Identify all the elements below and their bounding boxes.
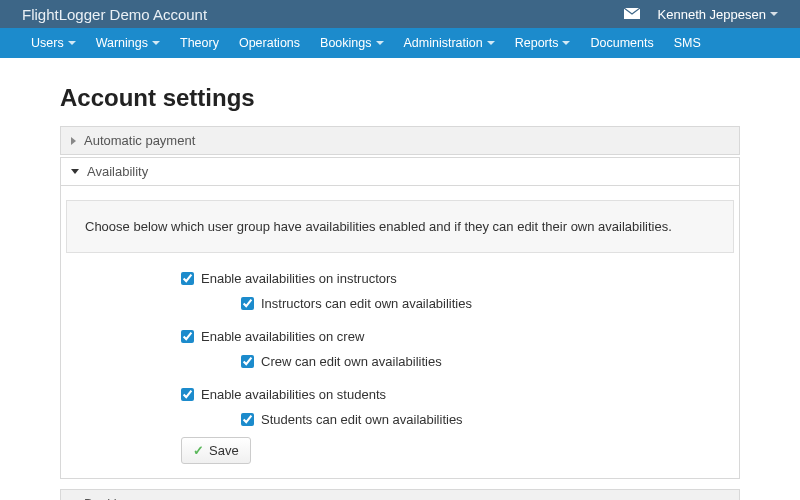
chevron-down-icon <box>68 41 76 45</box>
row-students-enable: Enable availabilities on students <box>181 387 739 402</box>
topbar: FlightLogger Demo Account Kenneth Jeppes… <box>0 0 800 28</box>
check-icon: ✓ <box>193 443 204 458</box>
row-instructors-enable: Enable availabilities on instructors <box>181 271 739 286</box>
user-name: Kenneth Jeppesen <box>658 7 766 22</box>
label-students-edit[interactable]: Students can edit own availabilities <box>261 412 463 427</box>
nav-sms[interactable]: SMS <box>665 30 710 56</box>
accordion-label: Availability <box>87 164 148 179</box>
save-button[interactable]: ✓ Save <box>181 437 251 464</box>
save-row: ✓ Save <box>61 437 739 464</box>
main-nav: Users Warnings Theory Operations Booking… <box>0 28 800 58</box>
chevron-down-icon <box>71 169 79 174</box>
nav-documents[interactable]: Documents <box>581 30 662 56</box>
label-instructors-enable[interactable]: Enable availabilities on instructors <box>201 271 397 286</box>
checkbox-crew-enable[interactable] <box>181 330 194 343</box>
nav-reports[interactable]: Reports <box>506 30 580 56</box>
row-students-edit: Students can edit own availabilities <box>181 412 739 427</box>
accordion-label: Automatic payment <box>84 133 195 148</box>
checkbox-students-enable[interactable] <box>181 388 194 401</box>
checkbox-students-edit[interactable] <box>241 413 254 426</box>
topbar-right: Kenneth Jeppesen <box>624 7 778 22</box>
row-instructors-edit: Instructors can edit own availabilities <box>181 296 739 311</box>
accordion-automatic-payment[interactable]: Automatic payment <box>60 126 740 155</box>
row-crew-enable: Enable availabilities on crew <box>181 329 739 344</box>
label-crew-enable[interactable]: Enable availabilities on crew <box>201 329 364 344</box>
nav-theory[interactable]: Theory <box>171 30 228 56</box>
chevron-down-icon <box>770 12 778 16</box>
chevron-down-icon <box>376 41 384 45</box>
accordion-booking[interactable]: Booking <box>60 489 740 500</box>
availability-form: Enable availabilities on instructors Ins… <box>61 271 739 427</box>
label-students-enable[interactable]: Enable availabilities on students <box>201 387 386 402</box>
checkbox-crew-edit[interactable] <box>241 355 254 368</box>
nav-bookings[interactable]: Bookings <box>311 30 392 56</box>
chevron-down-icon <box>562 41 570 45</box>
nav-operations[interactable]: Operations <box>230 30 309 56</box>
row-crew-edit: Crew can edit own availabilities <box>181 354 739 369</box>
save-label: Save <box>209 443 239 458</box>
availability-help: Choose below which user group have avail… <box>66 200 734 253</box>
checkbox-instructors-enable[interactable] <box>181 272 194 285</box>
nav-warnings[interactable]: Warnings <box>87 30 169 56</box>
checkbox-instructors-edit[interactable] <box>241 297 254 310</box>
chevron-down-icon <box>487 41 495 45</box>
chevron-right-icon <box>71 137 76 145</box>
nav-users[interactable]: Users <box>22 30 85 56</box>
chevron-down-icon <box>152 41 160 45</box>
label-instructors-edit[interactable]: Instructors can edit own availabilities <box>261 296 472 311</box>
page-container: Account settings Automatic payment Avail… <box>50 58 750 500</box>
user-menu[interactable]: Kenneth Jeppesen <box>658 7 778 22</box>
page-title: Account settings <box>60 84 740 112</box>
availability-panel: Choose below which user group have avail… <box>60 185 740 479</box>
mail-icon[interactable] <box>624 7 640 22</box>
accordion-label: Booking <box>84 496 131 500</box>
label-crew-edit[interactable]: Crew can edit own availabilities <box>261 354 442 369</box>
accordion-availability[interactable]: Availability <box>60 157 740 185</box>
nav-administration[interactable]: Administration <box>395 30 504 56</box>
brand-title: FlightLogger Demo Account <box>22 6 207 23</box>
